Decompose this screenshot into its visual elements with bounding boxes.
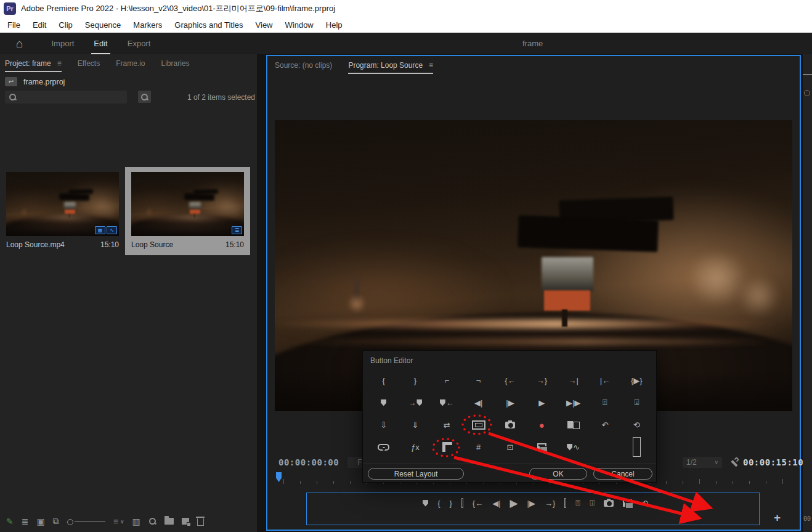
extract-icon[interactable]: ⍗ [634,398,639,407]
delete-button[interactable] [197,517,204,526]
dialog-separator [363,464,656,464]
tab-frame-io[interactable]: Frame.io [116,59,145,68]
automate-to-sequence-button[interactable]: ▥ [132,517,140,526]
icon-view-button[interactable]: ▣ [36,517,44,526]
go-to-in-button[interactable]: {← [473,499,483,508]
zoom-slider[interactable] [67,518,105,525]
clip-name: Loop Source [131,240,173,249]
play-button[interactable]: ▶ [510,497,518,510]
menu-view[interactable]: View [250,18,279,31]
overwrite-icon[interactable]: ⇓ [412,420,419,430]
mark-out-button[interactable]: } [449,499,452,508]
new-bin-button[interactable] [164,518,174,525]
clip-grid: ▦∿Loop Source.mp415:10☰Loop Source15:10 [0,167,257,255]
breadcrumb[interactable]: ↩ frame.prproj [0,72,257,89]
reverse-match-frame-icon[interactable]: ↶ [602,420,609,430]
playback-resolution-select[interactable]: 1/2 ∨ [683,457,722,468]
go-to-previous-edit-icon[interactable]: |← [600,376,610,385]
home-icon[interactable]: ⌂ [16,37,23,51]
go-to-out-button[interactable]: →} [545,499,555,508]
search-input[interactable] [20,93,119,102]
menu-markers[interactable]: Markers [127,18,168,31]
current-timecode[interactable]: 00:00:00:00 [278,457,339,467]
cancel-button[interactable]: Cancel [593,468,652,480]
go-to-in-icon[interactable]: {← [505,376,515,385]
step-forward-button[interactable]: |▶ [527,499,535,508]
workspace-tab-import[interactable]: Import [41,34,84,53]
toggle-proxies-icon[interactable]: ⊡ [507,443,514,452]
global-fx-mute-icon[interactable]: ƒx [411,443,420,452]
loop-icon[interactable]: ⟲ [633,420,640,430]
go-to-next-marker-icon[interactable]: → [408,398,422,407]
film-roll-icon[interactable] [442,442,452,452]
multi-camera-view-icon[interactable] [537,443,546,451]
lift-button[interactable]: ⍐ [575,498,580,508]
loop-button[interactable]: ⟲ [641,499,648,508]
multi-camera-button[interactable] [623,499,632,507]
bin-search-icon[interactable] [138,91,151,103]
add-marker-icon[interactable] [381,399,386,406]
marker-audio-icon[interactable]: ∿ [567,443,580,452]
mark-out-icon[interactable]: } [414,376,416,385]
menu-file[interactable]: File [1,18,26,31]
insert-icon[interactable]: ⇩ [380,420,387,430]
comparison-view-icon[interactable] [567,421,580,428]
menu-clip[interactable]: Clip [52,18,78,31]
tab-program-loop-source[interactable]: Program: Loop Source≡ [348,61,433,70]
export-frame-icon[interactable] [505,422,515,428]
lift-icon[interactable]: ⍐ [603,398,607,407]
export-frame-button[interactable] [604,500,614,507]
reset-layout-button[interactable]: Reset Layout [368,468,464,480]
fit-clip-icon[interactable]: ⇄ [444,420,450,430]
settings-wrench-icon[interactable] [729,457,739,467]
step-back-icon[interactable]: ◀| [474,398,482,407]
mark-in-button[interactable]: { [437,499,440,508]
go-to-previous-marker-icon[interactable]: ← [440,398,454,407]
go-to-next-edit-icon[interactable]: →| [568,376,578,385]
partial-timecode: 00 [803,515,811,522]
menu-graphics-and-titles[interactable]: Graphics and Titles [168,18,249,31]
search-box[interactable] [5,91,127,104]
transparency-grid-icon[interactable]: # [476,443,481,452]
step-back-button[interactable]: ◀| [492,499,500,508]
clip-tile[interactable]: ▦∿Loop Source.mp415:10 [0,167,125,255]
clear-in-icon[interactable]: ⌐ [445,376,450,385]
panel-menu-icon[interactable]: ≡ [57,59,62,68]
panel-menu-icon[interactable]: ≡ [429,61,433,70]
mark-in-icon[interactable]: { [382,376,384,385]
safe-margins-icon[interactable] [472,420,485,430]
workspace-tab-export[interactable]: Export [118,34,161,53]
navigate-up-icon[interactable]: ↩ [5,77,17,86]
find-button[interactable] [148,517,156,525]
tab-libraries[interactable]: Libraries [161,59,190,68]
list-view-button[interactable]: ≣ [22,517,29,526]
vr-video-display-icon[interactable] [378,444,389,451]
play-around-icon[interactable]: ▶|▶ [566,398,580,407]
freeform-view-button[interactable]: ⧉ [53,516,59,526]
play-in-to-out-icon[interactable]: {▶} [631,376,643,385]
workspace-tab-edit[interactable]: Edit [84,34,117,53]
ok-button[interactable]: OK [529,468,587,480]
play-stop-icon[interactable]: ▶ [538,398,545,407]
add-marker-button[interactable] [423,500,428,507]
button-editor-plus-button[interactable]: + [774,511,781,525]
multicam-record-toggle-icon[interactable]: ● [539,420,545,430]
new-item-button[interactable] [182,518,189,525]
menu-window[interactable]: Window [279,18,320,31]
panel-tab-edge [803,74,812,75]
playhead[interactable] [276,472,282,482]
tab-project-frame[interactable]: Project: frame≡ [5,59,62,68]
tab-effects[interactable]: Effects [78,59,100,68]
extract-button[interactable]: ⍗ [590,498,595,508]
menu-edit[interactable]: Edit [26,18,52,31]
monitor-tabs: Source: (no clips)Program: Loop Source≡ [267,56,800,74]
sort-icons-button[interactable]: ≡∨ [113,517,124,526]
step-forward-icon[interactable]: |▶ [506,398,514,407]
clip-tile[interactable]: ☰Loop Source15:10 [125,167,250,255]
menu-help[interactable]: Help [320,18,349,31]
tab-source-no-clips-[interactable]: Source: (no clips) [275,61,332,70]
menu-sequence[interactable]: Sequence [79,18,128,31]
go-to-out-icon[interactable]: →} [537,376,547,385]
vertical-spacer-icon[interactable] [633,437,641,457]
clear-out-icon[interactable]: ¬ [476,376,481,385]
